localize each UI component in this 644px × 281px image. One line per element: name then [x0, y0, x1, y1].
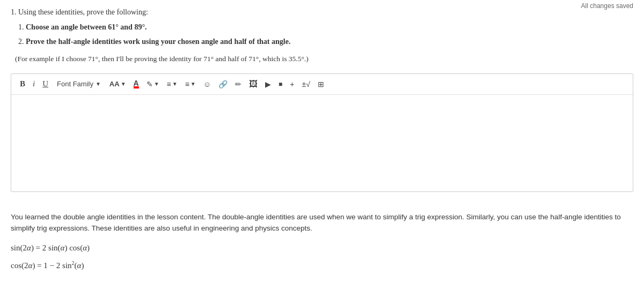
pencil-icon: ✏ — [235, 80, 241, 88]
steps-list: Choose an angle between 61° and 89°. Pro… — [11, 21, 633, 48]
below-text: You learned the double angle identities … — [11, 211, 633, 234]
italic-button[interactable]: i — [31, 78, 37, 90]
link-button[interactable]: 🔗 — [216, 79, 230, 90]
instructions-section: 1. Using these identities, prove the fol… — [11, 6, 633, 65]
step2-item: Prove the half-angle identities work usi… — [26, 36, 633, 48]
step1-text: Choose an angle between 61° and 89°. — [26, 23, 147, 31]
below-content: You learned the double angle identities … — [11, 203, 633, 273]
step2-text: Prove the half-angle identities work usi… — [26, 38, 290, 46]
aa-label: AA — [109, 80, 120, 88]
status-text: All changes saved — [581, 2, 633, 10]
formula-icon: ±√ — [302, 80, 310, 88]
font-family-dropdown[interactable]: Font Family ▼ — [54, 79, 104, 89]
aa-arrow-icon: ▼ — [121, 81, 126, 87]
font-color-button[interactable]: A — [131, 78, 141, 90]
editor-box: B i U Font Family ▼ AA ▼ A ✎ ▼ ≡ ▼ — [11, 73, 633, 192]
draw-icon: ✎ — [147, 80, 153, 88]
formula2-text: cos(2α) = 1 − 2 sin2(α) — [11, 261, 84, 270]
bold-button[interactable]: B — [18, 78, 27, 90]
video-icon: ▶ — [265, 80, 271, 88]
pencil-button[interactable]: ✏ — [233, 79, 244, 90]
formula-button[interactable]: ±√ — [299, 79, 312, 90]
image-button[interactable]: 🖼 — [247, 78, 260, 90]
table-button[interactable]: ⊞ — [316, 79, 326, 90]
underline-button[interactable]: U — [40, 78, 50, 90]
status-bar: All changes saved — [581, 2, 633, 10]
record-button[interactable]: ■ — [276, 79, 284, 89]
font-color-icon: A — [134, 79, 139, 88]
editor-content[interactable] — [11, 95, 633, 191]
formula1-text: sin(2α) = 2 sin(α) cos(α) — [11, 243, 90, 252]
formula1: sin(2α) = 2 sin(α) cos(α) — [11, 241, 633, 255]
table-icon: ⊞ — [318, 80, 324, 88]
video-button[interactable]: ▶ — [263, 79, 273, 90]
link-icon: 🔗 — [218, 80, 228, 88]
image-icon: 🖼 — [249, 79, 258, 89]
font-family-label: Font Family — [57, 80, 93, 88]
emoji-icon: ☺ — [203, 80, 211, 88]
plus-icon: + — [290, 80, 294, 88]
emoji-button[interactable]: ☺ — [201, 79, 213, 90]
font-family-arrow-icon: ▼ — [96, 81, 101, 87]
font-size-button[interactable]: AA ▼ — [107, 79, 128, 89]
example-text: (For example if I choose 71°, then I'll … — [11, 53, 633, 65]
toolbar: B i U Font Family ▼ AA ▼ A ✎ ▼ ≡ ▼ — [11, 74, 633, 95]
intro-text: 1. Using these identities, prove the fol… — [11, 6, 633, 18]
page-container: All changes saved 1. Using these identit… — [0, 0, 644, 281]
formula2: cos(2α) = 1 − 2 sin2(α) — [11, 258, 633, 273]
draw-arrow-icon: ▼ — [154, 81, 159, 87]
align-button[interactable]: ≡ ▼ — [165, 79, 180, 90]
list-button[interactable]: ≡ ▼ — [183, 79, 198, 90]
list-icon: ≡ — [185, 80, 189, 88]
draw-button[interactable]: ✎ ▼ — [144, 79, 162, 90]
step1-item: Choose an angle between 61° and 89°. — [26, 21, 633, 33]
align-arrow-icon: ▼ — [172, 81, 178, 87]
list-arrow-icon: ▼ — [191, 81, 196, 87]
record-icon: ■ — [279, 80, 282, 88]
plus-button[interactable]: + — [288, 79, 296, 90]
align-icon: ≡ — [167, 80, 171, 88]
